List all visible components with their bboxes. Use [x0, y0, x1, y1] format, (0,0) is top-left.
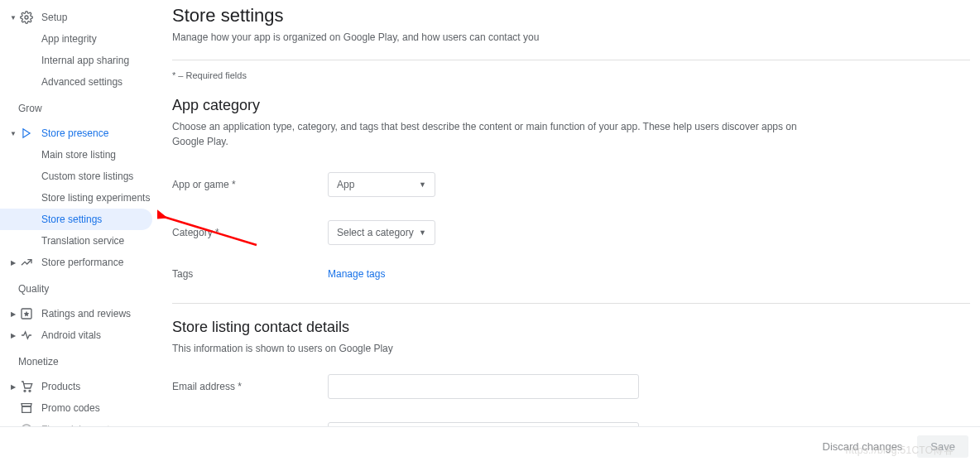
sidebar-item-store-performance[interactable]: ▶ Store performance — [0, 252, 152, 273]
chevron-right-icon: ▶ — [10, 310, 17, 318]
label-app-or-game: App or game * — [172, 179, 328, 190]
sidebar-item-android-vitals[interactable]: ▶ Android vitals — [0, 324, 152, 346]
vitals-icon — [20, 329, 33, 342]
select-value: Select a category — [337, 227, 414, 238]
section-title-contact: Store listing contact details — [172, 319, 970, 336]
footer-bar: Discard changes Save — [0, 426, 980, 466]
divider — [172, 60, 970, 60]
sidebar-item-store-settings[interactable]: Store settings — [0, 209, 152, 230]
sidebar-item-translation-service[interactable]: Translation service — [0, 230, 152, 252]
row-tags: Tags Manage tags — [172, 268, 970, 280]
select-category[interactable]: Select a category ▼ — [328, 220, 435, 245]
chevron-down-icon: ▼ — [10, 130, 17, 137]
sidebar-item-products[interactable]: ▶ Products — [0, 376, 152, 397]
row-app-or-game: App or game * App ▼ — [172, 172, 970, 197]
sidebar-item-label: Translation service — [41, 235, 124, 247]
watermark: https://blog.51CTO博客 — [846, 444, 954, 458]
sidebar-item-internal-app-sharing[interactable]: Internal app sharing — [0, 50, 152, 71]
sidebar-item-setup[interactable]: ▼ Setup — [0, 7, 152, 28]
trend-icon — [20, 256, 33, 269]
sidebar-item-label: Ratings and reviews — [41, 308, 131, 319]
chevron-right-icon: ▶ — [10, 259, 17, 267]
sidebar-item-label: Store presence — [41, 127, 108, 139]
page-title: Store settings — [172, 5, 970, 26]
label-category: Category * — [172, 227, 328, 238]
chevron-right-icon: ▶ — [10, 383, 17, 391]
star-box-icon — [20, 307, 33, 320]
sidebar-item-label: Setup — [41, 12, 67, 23]
sidebar: ▼ Setup App integrity Internal app shari… — [0, 0, 162, 466]
required-fields-note: * – Required fields — [172, 70, 970, 80]
sidebar-group-grow: Grow — [0, 93, 162, 123]
manage-tags-button[interactable]: Manage tags — [328, 268, 385, 280]
sidebar-item-advanced-settings[interactable]: Advanced settings — [0, 71, 152, 93]
svg-marker-1 — [23, 129, 30, 138]
store-icon — [20, 401, 33, 415]
sidebar-item-label: Store listing experiments — [41, 192, 150, 204]
section-desc-contact: This information is shown to users on Go… — [172, 341, 801, 356]
select-value: App — [337, 179, 354, 190]
sidebar-item-label: Android vitals — [41, 329, 101, 341]
select-app-or-game[interactable]: App ▼ — [328, 172, 435, 197]
label-email: Email address * — [172, 381, 328, 392]
svg-marker-3 — [24, 311, 30, 317]
main-content: Store settings Manage how your app is or… — [162, 0, 980, 466]
sidebar-item-app-integrity[interactable]: App integrity — [0, 28, 152, 50]
section-title-app-category: App category — [172, 97, 970, 114]
label-tags: Tags — [172, 268, 328, 280]
sidebar-item-label: Store performance — [41, 257, 123, 268]
page-subtitle: Manage how your app is organized on Goog… — [172, 31, 970, 43]
sidebar-item-label: Main store listing — [41, 149, 116, 161]
sidebar-item-label: Promo codes — [41, 402, 100, 414]
chevron-down-icon: ▼ — [10, 14, 17, 22]
sidebar-item-label: Advanced settings — [41, 76, 122, 88]
sidebar-item-label: Internal app sharing — [41, 55, 129, 66]
sidebar-item-ratings-reviews[interactable]: ▶ Ratings and reviews — [0, 303, 152, 324]
sidebar-item-main-store-listing[interactable]: Main store listing — [0, 144, 152, 166]
sidebar-item-custom-store-listings[interactable]: Custom store listings — [0, 166, 152, 187]
sidebar-group-quality: Quality — [0, 273, 162, 303]
gear-icon — [20, 11, 33, 24]
chevron-down-icon: ▼ — [419, 228, 426, 237]
section-desc-app-category: Choose an application type, category, an… — [172, 119, 801, 149]
svg-point-0 — [25, 16, 28, 19]
sidebar-item-store-listing-experiments[interactable]: Store listing experiments — [0, 187, 152, 209]
divider — [172, 303, 970, 304]
sidebar-item-store-presence[interactable]: ▼ Store presence — [0, 123, 152, 144]
svg-point-5 — [29, 390, 31, 392]
sidebar-item-label: Store settings — [41, 214, 102, 225]
cart-icon — [20, 380, 33, 393]
svg-point-4 — [24, 390, 26, 392]
sidebar-item-label: App integrity — [41, 33, 97, 45]
chevron-right-icon: ▶ — [10, 332, 17, 339]
sidebar-item-promo-codes[interactable]: ▶ Promo codes — [0, 397, 152, 419]
sidebar-item-label: Products — [41, 381, 80, 392]
sidebar-group-monetize: Monetize — [0, 346, 162, 376]
play-icon — [20, 127, 33, 140]
sidebar-item-label: Custom store listings — [41, 171, 133, 182]
chevron-down-icon: ▼ — [419, 180, 426, 189]
email-field[interactable] — [328, 374, 639, 399]
row-category: Category * Select a category ▼ — [172, 220, 970, 245]
row-email: Email address * — [172, 374, 970, 399]
